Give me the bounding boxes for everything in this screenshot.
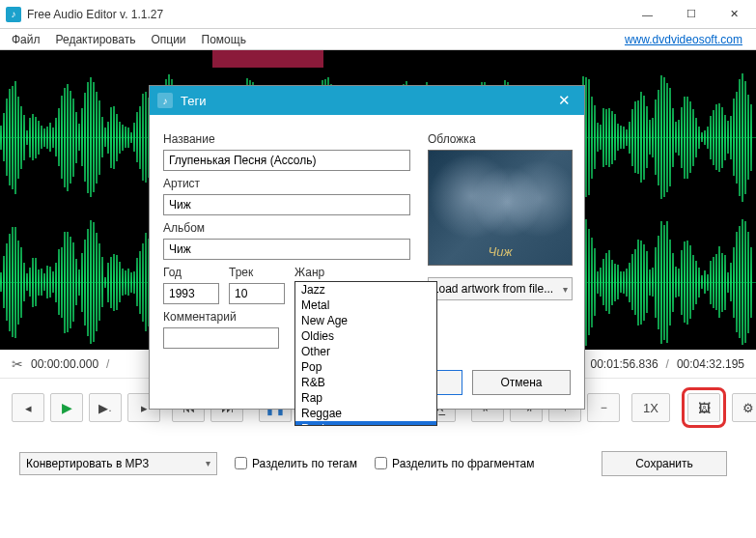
label-track: Трек: [229, 266, 285, 279]
split-by-fragments-row[interactable]: Разделить по фрагментам: [375, 457, 534, 470]
dialog-close-button[interactable]: ✕: [552, 92, 576, 109]
split-by-tags-checkbox[interactable]: [235, 457, 247, 469]
close-button[interactable]: ✕: [713, 0, 756, 29]
input-year[interactable]: [163, 283, 219, 304]
menu-help[interactable]: Помощь: [194, 31, 254, 48]
split-by-tags-label: Разделить по тегам: [252, 457, 357, 470]
genre-option[interactable]: New Age: [295, 313, 436, 328]
label-artist: Артист: [163, 177, 410, 190]
menu-edit[interactable]: Редактировать: [48, 31, 144, 48]
split-by-tags-row[interactable]: Разделить по тегам: [235, 457, 357, 470]
dialog-titlebar[interactable]: ♪ Теги ✕: [150, 86, 584, 115]
save-button[interactable]: Сохранить: [602, 451, 727, 476]
label-genre: Жанр: [294, 266, 410, 279]
convert-format-select[interactable]: Конвертировать в MP3: [19, 452, 217, 475]
genre-dropdown[interactable]: JazzMetalNew AgeOldiesOtherPopR&BRapRegg…: [294, 281, 437, 426]
menubar: Файл Редактировать Опции Помощь www.dvdv…: [0, 29, 756, 50]
selection-end-time: 00:01:56.836: [591, 357, 658, 371]
label-title: Название: [163, 132, 410, 146]
tags-artwork-button[interactable]: 🖼: [687, 393, 720, 422]
input-title[interactable]: [163, 150, 410, 171]
time-separator: /: [666, 357, 669, 371]
play-button[interactable]: ▶: [50, 393, 83, 422]
split-by-fragments-checkbox[interactable]: [375, 457, 387, 469]
load-artwork-label: Load artwork from file...: [433, 282, 553, 296]
zoom-out-button[interactable]: －: [587, 393, 620, 422]
total-time: 00:04:32.195: [677, 357, 744, 371]
window-title: Free Audio Editor v. 1.1.27: [27, 8, 626, 21]
genre-option[interactable]: Oldies: [295, 328, 436, 344]
genre-option[interactable]: Rock: [295, 421, 436, 426]
dialog-title: Теги: [181, 94, 206, 108]
menu-options[interactable]: Опции: [143, 31, 193, 48]
highlight-ring: 🖼: [682, 387, 726, 428]
label-year: Год: [163, 266, 219, 279]
maximize-button[interactable]: ☐: [669, 0, 713, 29]
split-by-fragments-label: Разделить по фрагментам: [392, 457, 534, 470]
time-separator: /: [106, 357, 109, 371]
bottom-bar: Конвертировать в MP3 Разделить по тегам …: [0, 437, 756, 490]
genre-option[interactable]: Other: [295, 344, 436, 359]
load-artwork-button[interactable]: Load artwork from file...: [428, 277, 573, 300]
titlebar: ♪ Free Audio Editor v. 1.1.27 — ☐ ✕: [0, 0, 756, 29]
genre-option[interactable]: Metal: [295, 297, 436, 313]
input-artist[interactable]: [163, 194, 410, 215]
input-album[interactable]: [163, 239, 410, 260]
minimize-button[interactable]: —: [626, 0, 669, 29]
cover-artwork[interactable]: Чиж: [428, 150, 573, 266]
genre-option[interactable]: Reggae: [295, 406, 436, 421]
selection-region[interactable]: [212, 50, 323, 68]
app-icon: ♪: [6, 7, 21, 22]
window-controls: — ☐ ✕: [626, 0, 756, 29]
cover-caption: Чиж: [489, 244, 513, 259]
genre-option[interactable]: Rap: [295, 390, 436, 406]
genre-option[interactable]: Jazz: [295, 282, 436, 297]
menu-file[interactable]: Файл: [4, 31, 48, 48]
input-track[interactable]: [229, 283, 285, 304]
scissors-icon: [12, 356, 23, 372]
genre-option[interactable]: R&B: [295, 375, 436, 390]
convert-format-label: Конвертировать в MP3: [26, 457, 149, 470]
dialog-icon: ♪: [157, 93, 173, 108]
vendor-link[interactable]: www.dvdvideosoft.com: [625, 33, 742, 46]
genre-option[interactable]: Pop: [295, 359, 436, 375]
play-selection-button[interactable]: ▶.: [89, 393, 122, 422]
zoom-level[interactable]: 1X: [631, 393, 670, 422]
input-comment[interactable]: [163, 327, 279, 349]
prev-marker-button[interactable]: ◂: [12, 393, 44, 422]
tags-dialog: ♪ Теги ✕ Название Артист Альбом Год Трек: [149, 85, 585, 410]
label-album: Альбом: [163, 221, 410, 235]
label-cover: Обложка: [428, 132, 573, 146]
cancel-button[interactable]: Отмена: [472, 370, 571, 395]
selection-start-time: 00:00:00.000: [31, 357, 98, 371]
settings-button[interactable]: ⚙: [732, 393, 756, 422]
